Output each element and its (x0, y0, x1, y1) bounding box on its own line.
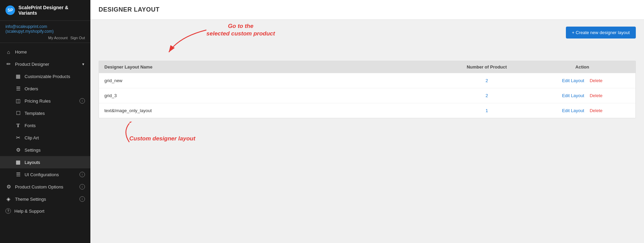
delete-layout-button[interactable]: Delete (590, 93, 603, 98)
table-header: Designer Layout Name Number of Product A… (99, 61, 635, 73)
column-header-action: Action (535, 64, 630, 70)
product-custom-options-icon: ⚙ (5, 184, 12, 190)
sidebar-item-label: Fonts (25, 123, 85, 128)
product-count-link[interactable]: 2 (485, 78, 488, 83)
sidebar-item-label: Pricing Rules (25, 98, 76, 104)
designer-layout-table: Designer Layout Name Number of Product A… (99, 61, 636, 118)
sidebar-item-fonts[interactable]: T Fonts (0, 119, 90, 132)
my-account-link[interactable]: My Account (48, 36, 68, 40)
sidebar-item-label: Settings (25, 148, 85, 153)
layout-product-count: 2 (439, 78, 535, 83)
sidebar-nav: ⌂ Home ✏ Product Designer ▼ ▦ Customizab… (0, 43, 90, 243)
sidebar-item-clip-art[interactable]: ✂ Clip Art (0, 132, 90, 144)
product-count-link[interactable]: 2 (485, 93, 488, 98)
orders-icon: ☰ (15, 86, 21, 92)
sidebar-item-ui-configurations[interactable]: ☰ UI Configurations i (0, 168, 90, 181)
layout-name: grid_3 (104, 93, 439, 98)
annotation-top: Go to the selected custom product (206, 22, 275, 37)
annotation-bottom-text: Custom designer layout (129, 135, 195, 142)
layout-actions: Edit Layout Delete (535, 108, 630, 113)
theme-settings-icon: ◈ (5, 196, 12, 202)
edit-layout-button[interactable]: Edit Layout (562, 78, 584, 83)
account-email: info@scaleupprint.com (5, 24, 85, 29)
sidebar-item-layouts[interactable]: ▦ Layouts (0, 156, 90, 168)
pricing-rules-icon: ◫ (15, 98, 21, 104)
main-content: DESIGNER LAYOUT Go to the selected custo… (90, 0, 644, 243)
column-header-number: Number of Product (439, 64, 535, 70)
sidebar-item-help-support[interactable]: ? Help & Support (0, 205, 90, 217)
info-badge: i (79, 196, 85, 202)
settings-icon: ⚙ (15, 147, 21, 153)
sidebar-item-label: Product Custom Options (15, 184, 76, 189)
sign-out-link[interactable]: Sign Out (70, 36, 85, 40)
customizable-products-icon: ▦ (15, 73, 21, 79)
sidebar-item-label: Templates (25, 111, 85, 116)
clip-art-icon: ✂ (15, 135, 21, 141)
create-designer-layout-button[interactable]: + Create new designer layout (566, 27, 636, 39)
templates-icon: ☐ (15, 110, 21, 116)
chevron-down-icon: ▼ (82, 62, 85, 66)
sidebar-item-settings[interactable]: ⚙ Settings (0, 144, 90, 156)
sidebar-item-label: UI Configurations (25, 172, 76, 177)
sidebar-item-orders[interactable]: ☰ Orders (0, 82, 90, 95)
annotation-top-line1: Go to the (206, 22, 275, 30)
sidebar-item-label: Home (15, 49, 85, 55)
info-badge: i (79, 184, 85, 189)
sidebar-item-label: Theme Settings (15, 197, 76, 202)
sidebar-item-templates[interactable]: ☐ Templates (0, 107, 90, 119)
sidebar-item-product-custom-options[interactable]: ⚙ Product Custom Options i (0, 181, 90, 193)
sidebar-item-label: Clip Art (25, 135, 85, 140)
main-body: Go to the selected custom product + Crea… (90, 20, 644, 243)
table-row: grid_3 2 Edit Layout Delete (99, 88, 635, 103)
sidebar-item-label: Help & Support (14, 209, 85, 214)
sidebar-item-theme-settings[interactable]: ◈ Theme Settings i (0, 193, 90, 205)
app-logo: SP (5, 5, 15, 15)
product-designer-icon: ✏ (5, 61, 12, 67)
sidebar-item-label: Orders (25, 86, 85, 91)
annotation-bottom-area: Custom designer layout (99, 122, 644, 152)
layout-actions: Edit Layout Delete (535, 93, 630, 98)
table-row: grid_new 2 Edit Layout Delete (99, 73, 635, 88)
sidebar: SP ScalePrint Designer & Variants info@s… (0, 0, 90, 243)
layout-name: text&Image_only_layout (104, 108, 439, 113)
sidebar-item-label: Layouts (25, 160, 85, 165)
help-icon: ? (5, 208, 11, 214)
sidebar-item-customizable-products[interactable]: ▦ Customizable Products (0, 70, 90, 82)
layout-actions: Edit Layout Delete (535, 78, 630, 83)
info-badge: i (79, 98, 85, 104)
edit-layout-button[interactable]: Edit Layout (562, 108, 584, 113)
ui-config-icon: ☰ (15, 171, 21, 178)
layout-product-count: 2 (439, 93, 535, 98)
page-header: DESIGNER LAYOUT (90, 0, 644, 20)
app-title: ScalePrint Designer & Variants (18, 5, 85, 16)
table-row: text&Image_only_layout 1 Edit Layout Del… (99, 103, 635, 118)
delete-layout-button[interactable]: Delete (590, 108, 603, 113)
sidebar-item-label: Customizable Products (25, 74, 85, 79)
page-title: DESIGNER LAYOUT (99, 6, 636, 13)
delete-layout-button[interactable]: Delete (590, 78, 603, 83)
fonts-icon: T (15, 122, 21, 128)
layout-name: grid_new (104, 78, 439, 83)
sidebar-item-pricing-rules[interactable]: ◫ Pricing Rules i (0, 95, 90, 107)
sidebar-item-product-designer[interactable]: ✏ Product Designer ▼ (0, 58, 90, 70)
column-header-name: Designer Layout Name (104, 64, 439, 70)
annotation-top-line2: selected custom product (206, 30, 275, 37)
sidebar-header: SP ScalePrint Designer & Variants (0, 0, 90, 21)
layout-product-count: 1 (439, 108, 535, 113)
edit-layout-button[interactable]: Edit Layout (562, 93, 584, 98)
product-count-link[interactable]: 1 (485, 108, 488, 113)
account-section: info@scaleupprint.com (scaleupyt.myshopi… (0, 21, 90, 43)
home-icon: ⌂ (5, 49, 12, 55)
sidebar-item-home[interactable]: ⌂ Home (0, 46, 90, 58)
info-badge: i (79, 172, 85, 177)
account-shop: (scaleupyt.myshopify.com) (5, 29, 85, 34)
layouts-icon: ▦ (15, 159, 21, 165)
sidebar-item-label: Product Designer (15, 62, 78, 67)
